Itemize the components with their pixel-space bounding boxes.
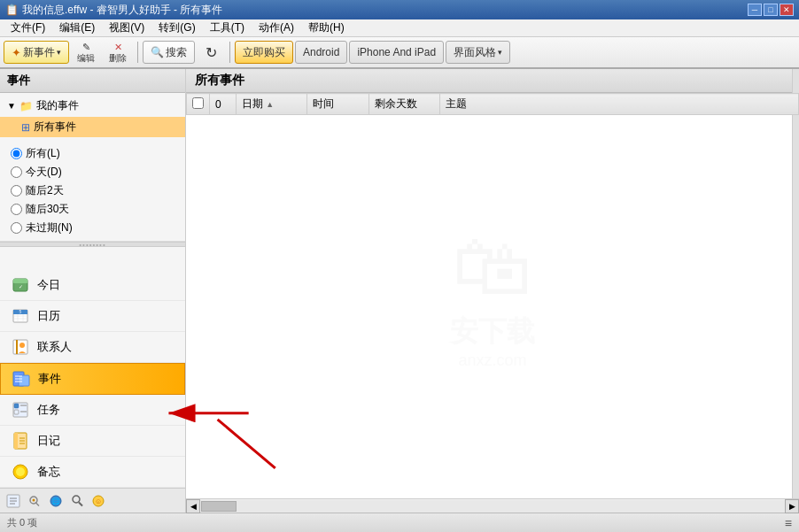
- nav-today[interactable]: ✓ 今日: [0, 270, 185, 301]
- menu-goto[interactable]: 转到(G): [151, 19, 202, 37]
- filter-today-radio[interactable]: [11, 166, 22, 178]
- diary-icon: [11, 431, 30, 451]
- menu-edit[interactable]: 编辑(E): [52, 19, 102, 37]
- nav-tasks[interactable]: 任务: [0, 395, 185, 426]
- calendar-label: 日历: [37, 308, 60, 324]
- edit-button[interactable]: ✎ 编辑: [71, 39, 101, 66]
- main-area: 事件 ▼ 📁 我的事件 ⊞ 所有事件 所有(L): [0, 69, 799, 513]
- nav-calendar[interactable]: 5 日历: [0, 301, 185, 332]
- iphone-ipad-label: iPhone And iPad: [357, 46, 436, 58]
- today-label: 今日: [37, 277, 60, 293]
- filter-all-label: 所有(L): [26, 146, 60, 161]
- svg-rect-14: [19, 375, 29, 386]
- filter-all-radio[interactable]: [11, 148, 22, 159]
- nav-memo[interactable]: 备忘: [0, 457, 185, 488]
- folder-icon: 📁: [19, 100, 33, 112]
- filter-notexpired[interactable]: 未过期(N): [11, 219, 175, 237]
- nav-events[interactable]: 事件: [0, 363, 185, 395]
- filter-notexpired-label: 未过期(N): [26, 220, 73, 235]
- content-hscroll[interactable]: ◀ ▶: [186, 498, 799, 513]
- memo-icon: [11, 462, 30, 482]
- sidebar-tool-4[interactable]: [67, 491, 87, 511]
- separator-1: [137, 42, 138, 63]
- svg-point-39: [73, 496, 80, 503]
- sidebar-title: 事件: [7, 73, 30, 87]
- filter-2days-radio[interactable]: [11, 185, 22, 197]
- contacts-icon: [11, 337, 30, 357]
- scroll-left-arrow[interactable]: ◀: [186, 499, 200, 513]
- col-header-remain[interactable]: 剩余天数: [369, 94, 440, 115]
- scroll-thumb[interactable]: [201, 501, 237, 512]
- svg-rect-1: [13, 279, 27, 283]
- filter-30days-radio[interactable]: [11, 204, 22, 215]
- svg-point-35: [33, 498, 35, 501]
- android-button[interactable]: Android: [295, 41, 347, 64]
- sidebar-tool-5[interactable]: ☺: [89, 491, 108, 511]
- nav-items: ✓ 今日 5 日历: [0, 270, 185, 488]
- watermark-icon: 🛍: [450, 221, 535, 312]
- new-event-button[interactable]: ✦ 新事件 ▾: [4, 41, 69, 64]
- sidebar-tool-1[interactable]: [4, 491, 23, 511]
- col-date-label: 日期: [242, 97, 263, 110]
- scroll-track[interactable]: [200, 500, 785, 513]
- filter-today-label: 今天(D): [26, 165, 62, 180]
- col-num-label: 0: [215, 98, 221, 111]
- col-header-checkbox[interactable]: [187, 94, 210, 115]
- svg-text:☺: ☺: [95, 497, 102, 505]
- col-header-num[interactable]: 0: [210, 94, 237, 115]
- sidebar-tree[interactable]: ▼ 📁 我的事件 ⊞ 所有事件 所有(L) 今天(D): [0, 93, 185, 270]
- filter-notexpired-radio[interactable]: [11, 222, 22, 234]
- filter-30days-label: 随后30天: [26, 202, 69, 217]
- filter-today[interactable]: 今天(D): [11, 163, 175, 181]
- svg-rect-19: [14, 404, 19, 408]
- content-title: 所有事件: [195, 73, 244, 87]
- ui-style-button[interactable]: 界面风格 ▾: [446, 41, 510, 64]
- nav-diary[interactable]: 日记: [0, 426, 185, 457]
- resize-dots: ••••••••: [79, 241, 105, 249]
- buy-now-button[interactable]: 立即购买: [235, 41, 293, 64]
- nav-contacts[interactable]: 联系人: [0, 332, 185, 363]
- col-subject-label: 主题: [446, 97, 467, 110]
- menu-file[interactable]: 文件(F): [4, 19, 52, 37]
- menu-view[interactable]: 视图(V): [102, 19, 151, 37]
- maximize-button[interactable]: □: [764, 4, 778, 16]
- svg-rect-24: [14, 433, 18, 449]
- minimize-button[interactable]: ─: [748, 4, 762, 16]
- sidebar-bottom: 🌐 ☺: [0, 488, 185, 513]
- menu-tools[interactable]: 工具(T): [203, 19, 252, 37]
- delete-button[interactable]: ✕ 删除: [103, 39, 133, 66]
- sidebar-filter: 所有(L) 今天(D) 随后2天 随后30天 未过期(N): [0, 141, 185, 242]
- sidebar: 事件 ▼ 📁 我的事件 ⊞ 所有事件 所有(L): [0, 69, 186, 513]
- event-table: 0 日期 ▲ 时间 剩余天数 主题: [186, 93, 799, 498]
- filter-30days[interactable]: 随后30天: [11, 200, 175, 219]
- android-label: Android: [303, 46, 339, 58]
- sidebar-tool-3[interactable]: 🌐: [46, 491, 66, 511]
- search-button[interactable]: 🔍 搜索: [143, 41, 195, 64]
- tree-item-all-events[interactable]: ⊞ 所有事件: [0, 117, 185, 137]
- col-header-subject[interactable]: 主题: [440, 94, 799, 115]
- filter-2days[interactable]: 随后2天: [11, 181, 175, 200]
- diary-label: 日记: [37, 433, 60, 449]
- app-icon: 📋: [5, 4, 19, 16]
- menu-help[interactable]: 帮助(H): [301, 19, 352, 37]
- memo-label: 备忘: [37, 464, 60, 480]
- col-header-date[interactable]: 日期 ▲: [237, 94, 307, 115]
- contacts-label: 联系人: [37, 339, 72, 355]
- svg-point-29: [16, 467, 25, 476]
- select-all-checkbox[interactable]: [192, 97, 204, 109]
- col-header-time[interactable]: 时间: [307, 94, 369, 115]
- content-header: 所有事件: [186, 69, 799, 93]
- filter-all[interactable]: 所有(L): [11, 144, 175, 163]
- menu-action[interactable]: 动作(A): [252, 19, 301, 37]
- menu-bar: 文件(F) 编辑(E) 视图(V) 转到(G) 工具(T) 动作(A) 帮助(H…: [0, 19, 799, 37]
- sidebar-resize-handle[interactable]: ••••••••: [0, 242, 185, 247]
- refresh-button[interactable]: ↻: [197, 39, 225, 66]
- scroll-right-arrow[interactable]: ▶: [785, 499, 799, 513]
- iphone-ipad-button[interactable]: iPhone And iPad: [349, 41, 444, 64]
- title-text: 📋 我的信息.effw - 睿智男人好助手 - 所有事件: [5, 3, 222, 18]
- ui-style-dropdown-icon: ▾: [498, 48, 502, 57]
- close-button[interactable]: ✕: [780, 4, 794, 16]
- watermark-text: 安下载: [450, 312, 535, 351]
- sidebar-tool-2[interactable]: [25, 491, 44, 511]
- my-events-folder[interactable]: ▼ 📁 我的事件: [0, 95, 185, 117]
